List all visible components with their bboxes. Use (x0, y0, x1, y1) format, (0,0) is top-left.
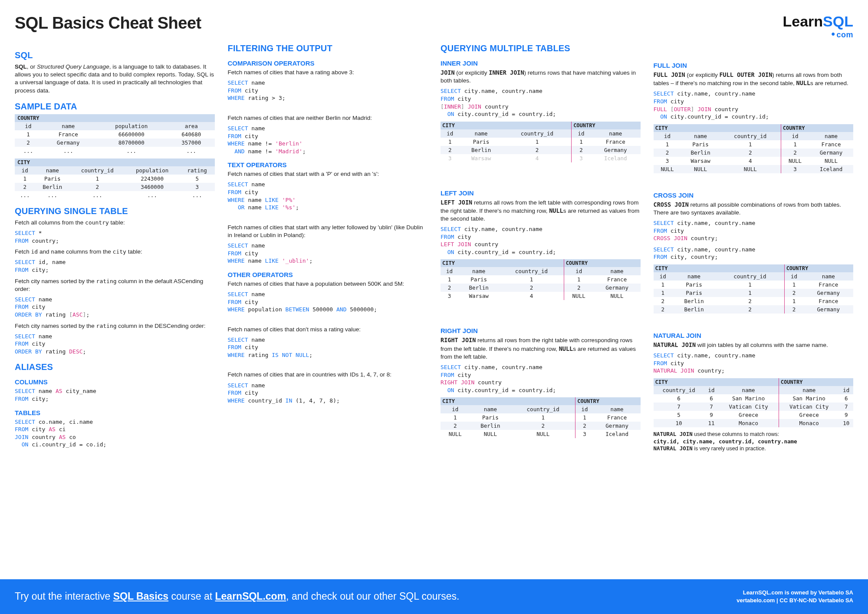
right-join-table: CITYCOUNTRYidnamecountry_ididname1Paris1… (441, 397, 641, 438)
footer-link-sqlbasics[interactable]: SQL Basics (113, 591, 168, 602)
city-table-title: CITY (15, 158, 215, 166)
natural-join-table: CITYCOUNTRYcountry_ididnamenameid66San M… (654, 378, 854, 427)
querying-single-heading: QUERYING SINGLE TABLE (15, 206, 215, 216)
footer: Try out the interactive SQL Basics cours… (0, 579, 868, 614)
full-join-table: CITYCOUNTRYidnamecountry_ididname1Paris1… (654, 124, 854, 173)
left-join-code: SELECT city.name, country.name FROM city… (441, 225, 641, 256)
f-c5: SELECT name FROM city WHERE population B… (228, 290, 428, 314)
qs-c2: SELECT id, name FROM city; (15, 258, 215, 274)
qs-p3: Fetch city names sorted by the rating co… (15, 277, 215, 293)
querying-multiple-heading: QUERYING MULTIPLE TABLES (441, 43, 641, 53)
aliases-columns-code: SELECT name AS city_name FROM city; (15, 387, 215, 403)
logo-sql: SQL (823, 13, 853, 30)
qs-p1: Fetch all columns from the country table… (15, 219, 215, 227)
text-ops-heading: TEXT OPERATORS (228, 161, 428, 168)
qs-p2: Fetch id and name columns from the city … (15, 248, 215, 256)
qs-p4: Fetch city names sorted by the rating co… (15, 322, 215, 330)
qs-c3: SELECT name FROM city ORDER BY rating [A… (15, 296, 215, 319)
city-table: CITY idnamecountry_idpopulationrating1Pa… (15, 158, 215, 199)
sql-heading: SQL (15, 50, 215, 60)
comparison-heading: COMPARISON OPERATORS (228, 59, 428, 67)
logo-dot: • (831, 28, 835, 40)
logo: LearnSQL • com (783, 14, 854, 39)
cross-join-desc: CROSS JOIN returns all possible combinat… (654, 201, 854, 217)
natural-join-heading: NATURAL JOIN (654, 332, 854, 339)
footer-link-learnsql[interactable]: LearnSQL.com (215, 591, 286, 602)
inner-join-desc: JOIN (or explicitly INNER JOIN) returns … (441, 69, 641, 85)
left-join-table: CITYCOUNTRYidnamecountry_ididname1Paris1… (441, 259, 641, 300)
aliases-tables-heading: TABLES (15, 409, 215, 416)
f-p3: Fetch names of cities that start with a … (228, 170, 428, 178)
sample-data-heading: SAMPLE DATA (15, 102, 215, 112)
qs-c4: SELECT name FROM city ORDER BY rating DE… (15, 333, 215, 356)
column-4: FULL JOIN FULL JOIN (or explicitly FULL … (654, 43, 854, 573)
aliases-heading: ALIASES (15, 362, 215, 372)
f-p7: Fetch names of cities that are in countr… (228, 371, 428, 379)
f-c7: SELECT name FROM city WHERE country_id I… (228, 382, 428, 405)
left-join-desc: LEFT JOIN returns all rows from the left… (441, 198, 641, 223)
other-ops-heading: OTHER OPERATORS (228, 271, 428, 278)
header: SQL Basics Cheat Sheet LearnSQL • com (15, 14, 853, 39)
sql-desc: SQL, or Structured Query Language, is a … (15, 63, 215, 95)
aliases-columns-heading: COLUMNS (15, 378, 215, 386)
f-p2: Fetch names of cities that are neither B… (228, 114, 428, 122)
cross-join-code-2: SELECT city.name, country.name FROM city… (654, 246, 854, 261)
f-p1: Fetch names of cities that have a rating… (228, 69, 428, 76)
page-title: SQL Basics Cheat Sheet (15, 14, 201, 33)
column-2: FILTERING THE OUTPUT COMPARISON OPERATOR… (228, 43, 428, 573)
column-1: SQL SQL, or Structured Query Language, i… (15, 43, 215, 573)
logo-com: com (836, 30, 853, 39)
inner-join-heading: INNER JOIN (441, 59, 641, 67)
qs-c1: SELECT * FROM country; (15, 229, 215, 244)
f-p4: Fetch names of cities that start with an… (228, 224, 428, 239)
column-3: QUERYING MULTIPLE TABLES INNER JOIN JOIN… (441, 43, 641, 573)
cross-join-code-1: SELECT city.name, country.name FROM city… (654, 219, 854, 242)
aliases-tables-code: SELECT co.name, ci.name FROM city AS ci … (15, 418, 215, 449)
f-p5: Fetch names of cities that have a popula… (228, 280, 428, 288)
country-table-title: COUNTRY (15, 114, 215, 122)
right-join-code: SELECT city.name, country.name FROM city… (441, 363, 641, 394)
cross-join-table: CITYCOUNTRYidnamecountry_ididname1Paris1… (654, 264, 854, 314)
left-join-heading: LEFT JOIN (441, 189, 641, 197)
inner-join-code: SELECT city.name, country.name FROM city… (441, 87, 641, 118)
footer-cta: Try out the interactive SQL Basics cours… (15, 591, 459, 602)
cross-join-heading: CROSS JOIN (654, 191, 854, 199)
f-c4: SELECT name FROM city WHERE name LIKE '_… (228, 242, 428, 265)
right-join-heading: RIGHT JOIN (441, 327, 641, 334)
full-join-desc: FULL JOIN (or explicitly FULL OUTER JOIN… (654, 71, 854, 87)
f-c2: SELECT name FROM city WHERE name != 'Ber… (228, 125, 428, 155)
page: SQL Basics Cheat Sheet LearnSQL • com SQ… (0, 0, 868, 614)
logo-learn: Learn (783, 13, 823, 30)
right-join-desc: RIGHT JOIN returns all rows from the rig… (441, 336, 641, 361)
f-c3: SELECT name FROM city WHERE name LIKE 'P… (228, 181, 428, 211)
full-join-heading: FULL JOIN (654, 62, 854, 69)
content-columns: SQL SQL, or Structured Query Language, i… (15, 43, 853, 573)
natural-join-code: SELECT city.name, country.name FROM city… (654, 352, 854, 375)
natural-join-desc: NATURAL JOIN will join tables by all col… (654, 341, 854, 349)
footer-legal: LearnSQL.com is owned by Vertabelo SA ve… (736, 589, 853, 604)
country-table: COUNTRY idnamepopulationarea1France66600… (15, 114, 215, 155)
inner-join-table: CITYCOUNTRYidnamecountry_ididname1Paris1… (441, 122, 641, 162)
full-join-code: SELECT city.name, country.name FROM city… (654, 90, 854, 120)
f-c6: SELECT name FROM city WHERE rating IS NO… (228, 336, 428, 359)
natural-note-1: NATURAL JOIN used these columns to match… (654, 431, 854, 453)
filtering-heading: FILTERING THE OUTPUT (228, 43, 428, 53)
f-c1: SELECT name FROM city WHERE rating > 3; (228, 79, 428, 102)
f-p6: Fetch names of cities that don't miss a … (228, 326, 428, 333)
